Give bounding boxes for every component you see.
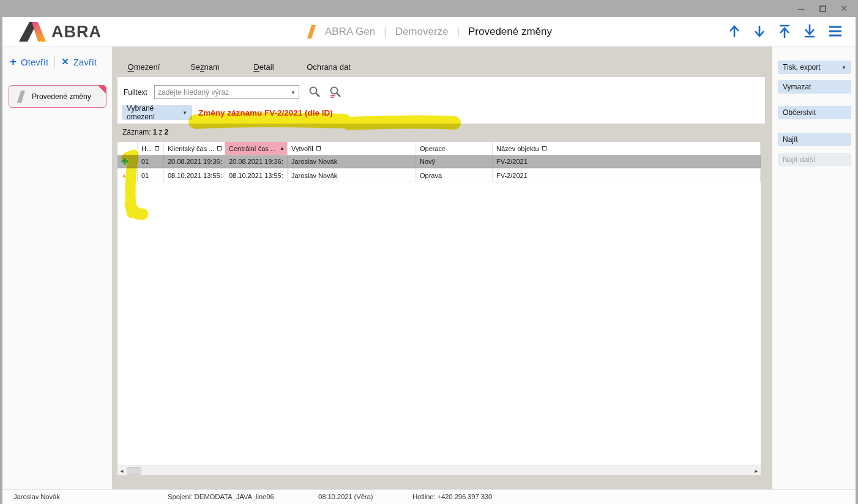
maximize-icon[interactable]	[816, 2, 829, 15]
breadcrumb-app: ABRA Gen	[325, 26, 375, 38]
minimize-icon[interactable]: ─	[794, 2, 808, 15]
menu-icon[interactable]	[827, 23, 843, 39]
filter-checkbox-icon[interactable]	[155, 146, 159, 150]
chevron-down-icon: ▼	[841, 65, 846, 70]
window-titlebar: ─ ✕	[0, 0, 858, 17]
arrow-up-to-line-icon[interactable]	[777, 23, 792, 39]
record-counter: Záznam:1z2	[122, 128, 170, 136]
status-user: Jaroslav Novák	[13, 493, 60, 500]
status-hotline: Hotline: +420 296 397 330	[412, 493, 492, 500]
right-sidebar: Tisk, export▼ Vymazat Občerstvit Najít N…	[772, 46, 858, 489]
abra-gen-slash-icon	[306, 24, 316, 39]
column-icon[interactable]	[118, 142, 138, 155]
scroll-left-icon[interactable]: ◄	[118, 466, 126, 476]
table-header-row: H... Klientský čas ... Centrální čas ...…	[118, 142, 761, 155]
selected-restriction-button[interactable]: Vybrané omezení▼	[122, 105, 192, 120]
chevron-down-icon: ▼	[182, 110, 187, 116]
column-central-time[interactable]: Centrální čas ...▲	[225, 142, 288, 155]
status-bar: Jaroslav Novák Spojení: DEMODATA_JAVA_li…	[2, 489, 856, 504]
tab-seznam[interactable]: Seznam	[187, 55, 223, 78]
breadcrumb-env: Demoverze	[395, 26, 449, 38]
sort-ascending-icon: ▲	[280, 146, 285, 151]
x-icon: ✕	[61, 56, 69, 67]
new-record-icon: ✚	[121, 157, 129, 166]
column-client-time[interactable]: Klientský čas ...	[164, 142, 225, 155]
table-row[interactable]: ▲ 01 08.10.2021 13:55: 08.10.2021 13:55:…	[118, 169, 761, 182]
filter-checkbox-icon[interactable]	[217, 146, 222, 150]
arrow-down-to-line-icon[interactable]	[802, 23, 817, 39]
page-slash-icon	[17, 90, 26, 103]
breadcrumb-separator: |	[457, 26, 460, 38]
column-h[interactable]: H...	[138, 142, 164, 155]
search-in-list-icon[interactable]	[329, 86, 342, 99]
find-button[interactable]: Najít	[778, 133, 851, 146]
tab-ochrana-dat[interactable]: Ochrana dat	[303, 55, 354, 78]
edited-record-icon: ▲	[121, 172, 127, 179]
refresh-button[interactable]: Občerstvit	[778, 106, 851, 119]
scrollbar-thumb[interactable]	[127, 467, 141, 475]
changes-table: H... Klientský čas ... Centrální čas ...…	[118, 142, 761, 465]
arrow-down-icon[interactable]	[752, 23, 767, 39]
filter-checkbox-icon[interactable]	[316, 146, 321, 150]
search-icon[interactable]	[308, 86, 321, 99]
abra-gen-window: ─ ✕ ABRA ABRA Gen | Demov	[0, 0, 858, 504]
table-row[interactable]: ✚ 01 20.08.2021 19:36: 20.08.2021 19:36:…	[118, 155, 761, 169]
close-page-button[interactable]: ✕ Zavřít	[61, 56, 97, 67]
page-title: Provedené změny	[468, 26, 552, 38]
tab-bar: Omezení Seznam Detail Ochrana dat	[112, 55, 772, 80]
fulltext-input[interactable]	[154, 85, 299, 99]
open-page-tab[interactable]: Provedené změny	[9, 85, 106, 108]
active-corner-badge	[97, 85, 106, 94]
main-content: Omezení Seznam Detail Ochrana dat Fullte…	[112, 46, 772, 489]
close-label: Zavřít	[73, 57, 97, 67]
find-next-button: Najít další	[778, 153, 851, 166]
horizontal-scrollbar[interactable]: ◄ ►	[118, 465, 761, 475]
print-export-button[interactable]: Tisk, export▼	[778, 61, 851, 74]
fulltext-label: Fulltext	[124, 88, 154, 97]
scroll-right-icon[interactable]: ►	[752, 466, 761, 476]
status-connection: Spojení: DEMODATA_JAVA_line06	[168, 493, 274, 500]
delete-button[interactable]: Vymazat	[778, 80, 851, 94]
app-header: ABRA ABRA Gen | Demoverze | Provedené zm…	[0, 17, 858, 46]
tab-detail[interactable]: Detail	[245, 55, 282, 78]
breadcrumb-separator: |	[384, 26, 386, 38]
arrow-up-icon[interactable]	[727, 23, 742, 39]
open-button[interactable]: + Otevřít	[10, 57, 48, 67]
column-object-name[interactable]: Název objektu	[493, 142, 761, 155]
divider	[54, 56, 55, 68]
left-sidebar: + Otevřít ✕ Zavřít Provedené změny	[2, 46, 112, 489]
column-operation[interactable]: Operace	[416, 142, 493, 155]
plus-icon: +	[10, 57, 17, 66]
open-label: Otevřít	[21, 57, 48, 67]
restriction-value: Změny záznamu FV-2/2021 (dle ID)	[198, 108, 333, 117]
filter-panel: Fulltext ▼	[118, 77, 765, 124]
record-navigation	[727, 23, 843, 39]
page-tab-label: Provedené změny	[32, 92, 91, 101]
close-icon[interactable]: ✕	[837, 2, 851, 15]
tab-omezeni[interactable]: Omezení	[125, 55, 162, 78]
status-date: 08.10.2021 (Věra)	[318, 493, 373, 500]
filter-checkbox-icon[interactable]	[542, 146, 547, 150]
column-created-by[interactable]: Vytvořil	[288, 142, 416, 155]
